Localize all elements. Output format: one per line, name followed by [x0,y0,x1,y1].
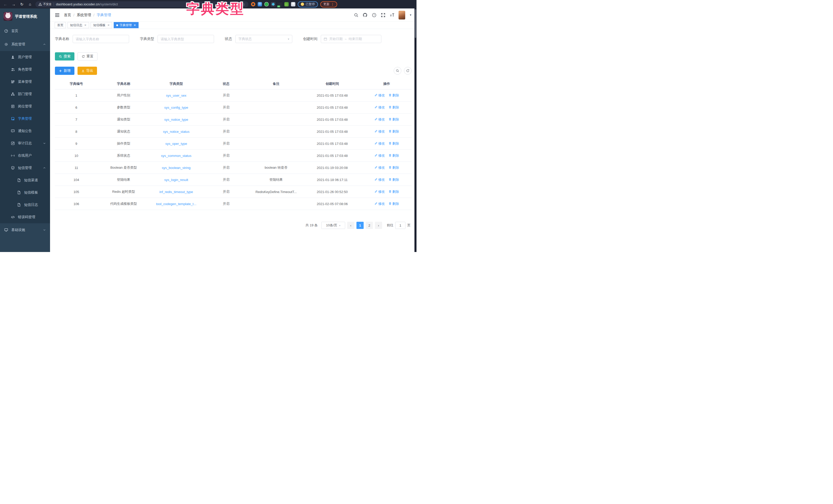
forward-icon[interactable]: → [11,2,17,7]
edit-link[interactable]: 修改 [375,93,385,98]
dict-type-cell[interactable]: sys_user_sex [149,90,203,102]
dict-name-input[interactable] [73,35,129,43]
extension-icon[interactable] [258,2,262,6]
sidebar-item-sms-log[interactable]: 短信日志 [0,199,50,211]
sidebar-item-dict-management[interactable]: 字典管理 [0,112,50,125]
extension-icon[interactable] [291,2,295,6]
delete-link[interactable]: 删除 [388,190,399,194]
delete-link[interactable]: 删除 [388,93,399,98]
delete-link[interactable]: 删除 [388,201,399,206]
github-icon[interactable] [363,12,367,18]
edit-link[interactable]: 修改 [375,177,385,182]
next-page-button[interactable]: › [375,222,382,229]
export-button[interactable]: 导出 [77,67,97,75]
sidebar-item-menu-management[interactable]: 菜单管理 [0,76,50,88]
home-icon[interactable]: ⌂ [27,2,33,7]
tab-首页[interactable]: 首页 [55,22,66,28]
sidebar-item-notice-management[interactable]: 通知公告 [0,125,50,137]
dict-type-cell[interactable]: tool_codegen_template_t... [149,198,203,210]
tab-字典管理[interactable]: 字典管理✕ [114,22,138,28]
dict-type-cell[interactable]: sys_config_type [149,102,203,114]
refresh-table-button[interactable] [404,67,412,75]
sidebar-item-audit-log[interactable]: 审计日志 [0,137,50,149]
date-range-picker[interactable]: 开始日期 ~ 结束日期 [321,35,381,43]
extension-icon[interactable] [251,2,255,6]
back-icon[interactable]: ← [3,2,8,7]
sidebar-item-user-management[interactable]: 用户管理 [0,51,50,63]
close-icon[interactable]: ✕ [84,24,87,27]
edit-link[interactable]: 修改 [375,153,385,158]
delete-link[interactable]: 删除 [388,117,399,122]
add-button[interactable]: 新增 [55,67,74,75]
close-icon[interactable]: ✕ [107,24,110,27]
chevron-down-icon[interactable]: ▼ [409,14,412,17]
edit-link[interactable]: 修改 [375,105,385,110]
fullscreen-icon[interactable] [381,12,385,18]
dict-type-cell[interactable]: sys_boolean_string [149,162,203,174]
edit-link[interactable]: 修改 [375,190,385,194]
browser-update-button[interactable]: 更新 ⋮ [320,1,337,7]
edit-link[interactable]: 修改 [375,117,385,122]
goto-page-input[interactable] [395,222,405,229]
dict-type-cell[interactable]: sys_notice_status [149,126,203,138]
sidebar-item-dept-management[interactable]: 部门管理 [0,88,50,100]
edit-link[interactable]: 修改 [375,129,385,134]
delete-link[interactable]: 删除 [388,129,399,134]
dict-type-cell[interactable]: sys_common_status [149,150,203,162]
breadcrumb-home[interactable]: 首页 [64,13,71,18]
security-warning[interactable]: 不安全 [39,2,52,6]
address-bar[interactable]: 不安全 dashboard.yudao.iocoder.cn/system/di… [35,1,248,7]
sidebar-item-sms-management[interactable]: 短信管理 [0,162,50,174]
reset-button[interactable]: 重置 [77,52,97,60]
dict-type-cell[interactable]: sys_notice_type [149,114,203,126]
tab-短信模板[interactable]: 短信模板✕ [91,22,112,28]
search-button[interactable]: 搜索 [55,52,74,60]
sidebar-item-role-management[interactable]: 角色管理 [0,63,50,76]
dict-type-input[interactable] [158,35,214,43]
delete-link[interactable]: 删除 [388,105,399,110]
dict-type-cell[interactable]: sys_login_result [149,174,203,186]
toggle-search-button[interactable] [394,67,401,75]
page-size-select[interactable]: 10条/页 ▾ [321,222,345,229]
delete-link[interactable]: 删除 [388,141,399,146]
page-button-2[interactable]: 2 [366,222,373,229]
reload-icon[interactable]: ↻ [19,2,25,7]
extension-icon[interactable]: on [278,2,282,6]
sidebar-item-post-management[interactable]: 岗位管理 [0,100,50,112]
tab-短信日志[interactable]: 短信日志✕ [68,22,89,28]
sidebar-item-sms-channel[interactable]: 短信渠道 [0,174,50,186]
sidebar-item-sms-template[interactable]: 短信模板 [0,186,50,199]
vertical-scrollbar[interactable] [414,8,416,252]
font-size-icon[interactable] [389,12,395,18]
edit-link[interactable]: 修改 [375,165,385,170]
prev-page-button[interactable]: ‹ [347,222,354,229]
sidebar-item-online-users[interactable]: 在线用户 [0,149,50,162]
extension-icon[interactable] [271,2,276,6]
search-icon[interactable] [354,12,358,18]
dict-type-cell[interactable]: sys_oper_type [149,138,203,150]
page-button-1[interactable]: 1 [356,222,364,229]
breadcrumb-system[interactable]: 系统管理 [77,13,91,18]
user-avatar[interactable] [399,11,405,20]
paused-extension-badge[interactable]: 已暂停 [298,1,318,7]
delete-link[interactable]: 删除 [388,165,399,170]
extension-icon[interactable] [284,2,289,6]
help-icon[interactable]: ? [372,12,377,18]
delete-link[interactable]: 删除 [388,153,399,158]
edit-link[interactable]: 修改 [375,141,385,146]
dict-type-cell[interactable]: inf_redis_timeout_type [149,186,203,198]
sidebar-toggle-icon[interactable] [55,12,60,18]
sidebar-item-infrastructure[interactable]: 基础设施 [0,223,50,236]
delete-link[interactable]: 删除 [388,177,399,182]
bookmark-star-icon[interactable]: ☆ [242,2,245,6]
edit-link[interactable]: 修改 [375,201,385,206]
status-select[interactable]: 字典状态 ▾ [235,35,292,43]
close-icon[interactable]: ✕ [134,24,136,27]
sidebar-item-home[interactable]: 首页 [0,24,50,38]
extension-icon[interactable] [264,2,269,6]
sidebar-item-error-code-management[interactable]: 错误码管理 [0,211,50,223]
scrollbar-thumb[interactable] [415,9,416,38]
browser-menu-icon[interactable]: ⋮ [331,3,334,6]
app-logo-block[interactable]: 芋道管理系统 [0,8,50,24]
sidebar-item-system-management[interactable]: 系统管理 [0,38,50,51]
